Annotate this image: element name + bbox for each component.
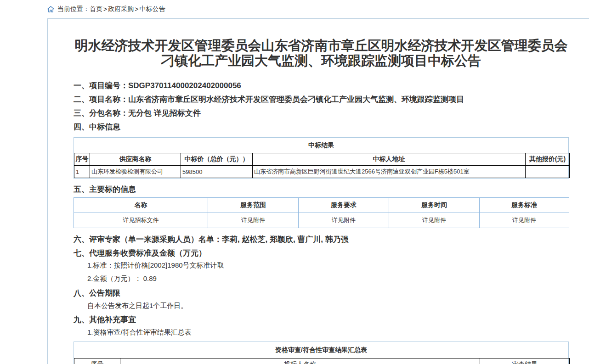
breadcrumb-current-link[interactable]: 中标公告	[139, 5, 165, 13]
breadcrumb-label: 当前位置：	[57, 5, 90, 13]
section-subject-heading: 五、主要标的信息	[74, 185, 569, 194]
subject-cell-name: 详见招标文件	[74, 213, 208, 228]
section-award-info-heading: 四、中标信息	[74, 123, 569, 132]
project-number-label: 一、项目编号：	[74, 81, 128, 90]
review-table-title: 资格审查/符合性审查结果汇总表	[74, 342, 568, 358]
section-project-name: 二、项目名称：山东省济南市章丘区明水经济技术开发区管理委员会刁镇化工产业园大气监…	[74, 95, 569, 104]
award-cell-index: 1	[74, 166, 90, 178]
subject-cell-time: 详见附件	[389, 213, 480, 228]
review-table-wrapper: 资格审查/符合性审查结果汇总表 序号 投标人名称 审查结果	[74, 342, 569, 364]
subject-cell-scope: 详见附件	[208, 213, 299, 228]
award-table-header-row: 序号 供应商名称 中标价（总价（元）） 中标人地址 其他报价(元)	[74, 153, 570, 166]
announcement-page: { "colors": { "accent_blue": "#3374b8", …	[0, 0, 589, 364]
project-number-value: SDGP370114000202402000056	[128, 81, 241, 90]
table-row: 详见招标文件 详见附件 详见附件 详见附件 详见附件	[74, 213, 569, 228]
award-cell-price: 598500	[181, 166, 253, 178]
award-col-address: 中标人地址	[253, 153, 526, 166]
subject-cell-requirement: 详见附件	[299, 213, 389, 228]
section-agency-heading: 七、代理服务收费标准及金额（万元）	[74, 249, 569, 258]
table-row: 1 山东环发检验检测有限公司 598500 山东省济南市高新区巨野河街道世纪大道…	[74, 166, 570, 178]
award-table-title: 中标结果	[74, 138, 568, 153]
project-name-value: 山东省济南市章丘区明水经济技术开发区管理委员会刁镇化工产业园大气监测、环境跟踪监…	[128, 95, 464, 104]
agency-amount-text: 2.金额（万元）： 0.89	[87, 274, 569, 283]
section-period-heading: 八、公告期限	[74, 289, 569, 298]
subpackage-label: 三、分包名称：	[74, 109, 128, 118]
breadcrumb-home-link[interactable]: 首页	[90, 5, 102, 13]
award-cell-supplier: 山东环发检验检测有限公司	[90, 166, 181, 178]
subject-col-scope: 服务范围	[208, 198, 299, 213]
award-col-supplier: 供应商名称	[90, 153, 181, 166]
award-result-table-wrapper: 中标结果 序号 供应商名称 中标价（总价（元）） 中标人地址 其他报价(元) 1…	[74, 137, 569, 179]
subject-table-header-row: 名称 服务范围 服务要求 服务时间 服务标准	[74, 198, 569, 213]
page-title: 明水经济技术开发区管理委员会山东省济南市章丘区明水经济技术开发区管理委员会刁镇化…	[74, 38, 569, 68]
subject-col-time: 服务时间	[389, 198, 480, 213]
award-cell-other-bid	[526, 166, 570, 178]
award-table: 序号 供应商名称 中标价（总价（元）） 中标人地址 其他报价(元) 1 山东环发…	[74, 153, 570, 178]
breadcrumb-category-link[interactable]: 政府采购	[108, 5, 134, 13]
breadcrumb-separator: >	[135, 6, 138, 13]
review-col-result: 审查结果	[480, 358, 570, 364]
subject-table: 名称 服务范围 服务要求 服务时间 服务标准 详见招标文件 详见附件 详见附件 …	[74, 197, 569, 228]
review-table: 序号 投标人名称 审查结果	[74, 358, 570, 364]
project-name-label: 二、项目名称：	[74, 95, 128, 104]
other-item-text: 1.资格审查/符合性评审结果汇总表	[87, 328, 569, 337]
award-col-other-bid: 其他报价(元)	[526, 153, 570, 166]
breadcrumb: 当前位置： 首页 > 政府采购 > 中标公告	[47, 5, 165, 14]
period-text: 自本公告发布之日起1个工作日。	[87, 301, 569, 310]
award-col-index: 序号	[74, 153, 90, 166]
breadcrumb-separator: >	[103, 6, 107, 13]
review-table-header-row: 序号 投标人名称 审查结果	[74, 358, 570, 364]
section-subpackage: 三、分包名称：无分包 详见招标文件	[74, 109, 569, 118]
subject-cell-standard: 详见附件	[480, 213, 569, 228]
review-col-bidder: 投标人名称	[120, 358, 480, 364]
home-icon	[47, 6, 54, 12]
review-col-index: 序号	[74, 358, 120, 364]
section-experts-heading: 六、评审专家（单一来源采购人员）名单：李莉, 赵松芝, 郑颖欣, 曹广川, 韩乃…	[74, 235, 569, 244]
subject-col-standard: 服务标准	[480, 198, 569, 213]
agency-standard-text: 1.标准：按照计价格[2002]1980号文标准计取	[87, 261, 569, 270]
subject-col-name: 名称	[74, 198, 208, 213]
subpackage-value: 无分包 详见招标文件	[128, 109, 201, 118]
subject-col-requirement: 服务要求	[299, 198, 389, 213]
award-cell-address: 山东省济南市高新区巨野河街道世纪大道2566号济南迪亚双创产业园F栋5楼501室	[253, 166, 526, 178]
announcement-panel: 明水经济技术开发区管理委员会山东省济南市章丘区明水经济技术开发区管理委员会刁镇化…	[47, 18, 589, 364]
award-col-price: 中标价（总价（元））	[181, 153, 253, 166]
section-other-heading: 九、其他补充事宜	[74, 315, 569, 325]
section-project-number: 一、项目编号：SDGP370114000202402000056	[74, 81, 569, 90]
